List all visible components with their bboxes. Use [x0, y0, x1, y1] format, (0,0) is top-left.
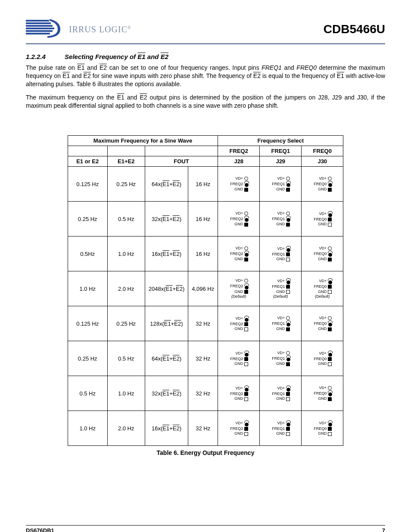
jumper-diagram: VD+FREQ0GND — [312, 211, 333, 227]
cell-j29: VD+FREQ1GND — [260, 341, 302, 376]
cell-j28: VD+FREQ2GND — [218, 202, 260, 236]
cell-j30: VD+FREQ0GND — [302, 167, 343, 202]
jumper-diagram: VD+FREQ1GND — [270, 211, 291, 227]
cell-fout: 32 Hz — [188, 376, 218, 411]
jumper-diagram: VD+FREQ2GND — [228, 386, 249, 401]
cell-j29: VD+FREQ1GND — [260, 167, 302, 202]
cell-ee: 0.5 Hz — [107, 341, 145, 376]
jumper-diagram: VD+FREQ0GND — [312, 316, 333, 332]
table-row: 0.25 Hz0.5 Hz64x(E1+E2)32 HzVD+FREQ2GNDV… — [68, 341, 343, 376]
cell-e: 1.0 Hz — [68, 411, 107, 446]
cell-mult: 2048x(E1+E2) — [145, 271, 188, 306]
cell-j28: VD+FREQ2GND — [218, 306, 260, 341]
jumper-diagram: VD+FREQ2GND — [228, 351, 249, 367]
cell-j30: VD+FREQ0GND — [302, 236, 343, 271]
cell-fout: 4,096 Hz — [188, 271, 218, 306]
cell-j30: VD+FREQ0GND — [302, 411, 343, 446]
cell-j29: VD+FREQ1GND — [260, 202, 302, 236]
jumper-diagram: VD+FREQ1GND(Default) — [270, 278, 291, 299]
hdr-max-freq: Maximum Frequency for a Sine Wave — [68, 136, 218, 146]
cell-mult: 32x(E1+E2) — [145, 202, 188, 236]
cell-j28: VD+FREQ2GND — [218, 341, 260, 376]
cell-fout: 32 Hz — [188, 411, 218, 446]
table-row: 1.0 Hz2.0 Hz2048x(E1+E2)4,096 HzVD+FREQ2… — [68, 271, 343, 306]
table-row: 0.5 Hz1.0 Hz32x(E1+E2)32 HzVD+FREQ2GNDVD… — [68, 376, 343, 411]
page-number: 7 — [382, 527, 385, 532]
cell-j28: VD+FREQ2GND — [218, 376, 260, 411]
jumper-diagram: VD+FREQ0GND(Default) — [312, 278, 333, 299]
svg-rect-0 — [26, 20, 49, 22]
jumper-diagram: VD+FREQ2GND — [228, 246, 249, 262]
cell-ee: 2.0 Hz — [107, 411, 145, 446]
svg-rect-2 — [26, 25, 53, 27]
jumper-diagram: VD+FREQ2GND — [228, 316, 249, 332]
cell-mult: 16x(E1+E2) — [145, 236, 188, 271]
jumper-diagram: VD+FREQ1GND — [270, 246, 291, 262]
jumper-diagram: VD+FREQ1GND — [270, 386, 291, 401]
cell-j29: VD+FREQ1GND — [260, 236, 302, 271]
cell-j28: VD+FREQ2GND — [218, 167, 260, 202]
cell-j30: VD+FREQ0GND — [302, 306, 343, 341]
svg-rect-1 — [26, 22, 51, 24]
cell-fout: 16 Hz — [188, 202, 218, 236]
cell-mult: 16x(E1+E2) — [145, 411, 188, 446]
cell-ee: 0.25 Hz — [107, 306, 145, 341]
page-header: IRRUS LOGIC® CDB5466U — [26, 17, 385, 44]
jumper-diagram: VD+FREQ2GND — [228, 420, 249, 436]
table-caption: Table 6. Energy Output Frequency — [26, 449, 385, 456]
cell-j30: VD+FREQ0GND(Default) — [302, 271, 343, 306]
jumper-diagram: VD+FREQ0GND — [312, 246, 333, 262]
cell-j29: VD+FREQ1GND(Default) — [260, 271, 302, 306]
cell-e: 0.25 Hz — [68, 202, 107, 236]
cell-j30: VD+FREQ0GND — [302, 376, 343, 411]
cell-fout: 32 Hz — [188, 341, 218, 376]
cell-mult: 128x(E1+E2) — [145, 306, 188, 341]
cell-mult: 64x(E1+E2) — [145, 341, 188, 376]
cell-e: 0.125 Hz — [68, 306, 107, 341]
cell-e: 1.0 Hz — [68, 271, 107, 306]
jumper-diagram: VD+FREQ0GND — [312, 176, 333, 192]
cell-fout: 16 Hz — [188, 236, 218, 271]
cell-e: 0.125 Hz — [68, 167, 107, 202]
cell-j29: VD+FREQ1GND — [260, 306, 302, 341]
paragraph-1: The pulse rate on E1 and E2 can be set t… — [26, 64, 385, 88]
cell-j28: VD+FREQ2GND — [218, 236, 260, 271]
hdr-freq-select: Frequency Select — [218, 136, 343, 146]
svg-rect-5 — [26, 33, 50, 34]
table-row: 1.0 Hz2.0 Hz16x(E1+E2)32 HzVD+FREQ2GNDVD… — [68, 411, 343, 446]
doc-number: DS676DB1 — [26, 527, 54, 532]
section-heading: 1.2.2.4 Selecting Frequency of E1 and E2 — [26, 53, 385, 60]
cell-mult: 64x(E1+E2) — [145, 167, 188, 202]
cell-ee: 1.0 Hz — [107, 376, 145, 411]
cell-fout: 32 Hz — [188, 306, 218, 341]
table-row: 0.25 Hz0.5 Hz32x(E1+E2)16 HzVD+FREQ2GNDV… — [68, 202, 343, 236]
cell-j29: VD+FREQ1GND — [260, 376, 302, 411]
cell-mult: 32x(E1+E2) — [145, 376, 188, 411]
jumper-diagram: VD+FREQ2GND — [228, 211, 249, 227]
cell-j28: VD+FREQ2GND(Default) — [218, 271, 260, 306]
table-row: 0.125 Hz0.25 Hz128x(E1+E2)32 HzVD+FREQ2G… — [68, 306, 343, 341]
jumper-diagram: VD+FREQ1GND — [270, 176, 291, 192]
cell-ee: 0.25 Hz — [107, 167, 145, 202]
cirrus-logo-icon — [26, 17, 69, 41]
cell-j28: VD+FREQ2GND — [218, 411, 260, 446]
table-row: 0.5Hz1.0 Hz16x(E1+E2)16 HzVD+FREQ2GNDVD+… — [68, 236, 343, 271]
jumper-diagram: VD+FREQ2GND — [228, 176, 249, 192]
company-logo: IRRUS LOGIC® — [26, 17, 131, 41]
cell-e: 0.5Hz — [68, 236, 107, 271]
cell-j30: VD+FREQ0GND — [302, 202, 343, 236]
jumper-diagram: VD+FREQ1GND — [270, 420, 291, 436]
cell-e: 0.25 Hz — [68, 341, 107, 376]
jumper-diagram: VD+FREQ0GND — [312, 386, 333, 401]
jumper-diagram: VD+FREQ0GND — [312, 420, 333, 436]
part-number: CDB5466U — [324, 22, 385, 36]
cell-e: 0.5 Hz — [68, 376, 107, 411]
cell-ee: 1.0 Hz — [107, 236, 145, 271]
table-row: 0.125 Hz0.25 Hz64x(E1+E2)16 HzVD+FREQ2GN… — [68, 167, 343, 202]
jumper-diagram: VD+FREQ2GND(Default) — [228, 278, 249, 299]
svg-rect-3 — [26, 28, 54, 29]
svg-rect-4 — [26, 30, 53, 32]
page-footer: DS676DB1 7 — [26, 525, 385, 532]
jumper-diagram: VD+FREQ0GND — [312, 351, 333, 367]
frequency-table: Maximum Frequency for a Sine Wave Freque… — [68, 135, 344, 446]
